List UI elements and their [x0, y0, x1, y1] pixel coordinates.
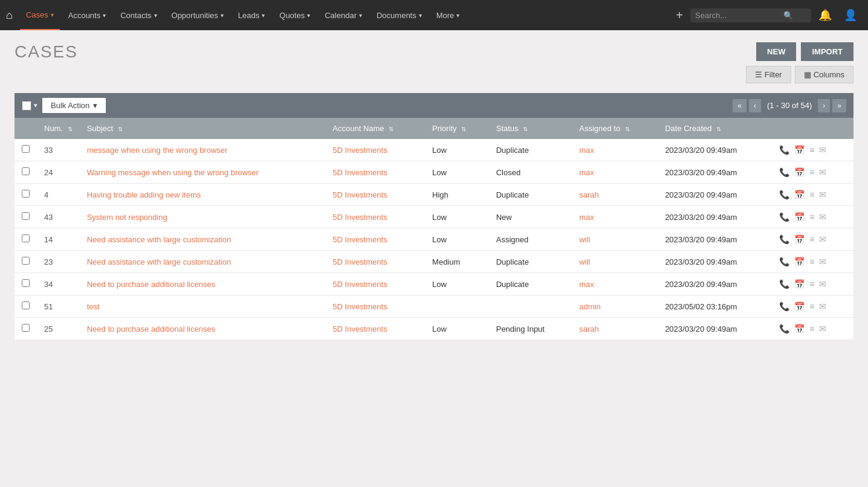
subject-link[interactable]: Having trouble adding new items: [87, 190, 201, 199]
assigned-link[interactable]: max: [579, 213, 594, 222]
subject-link[interactable]: message when using the wrong browser: [87, 146, 228, 155]
row-checkbox[interactable]: [22, 324, 30, 332]
email-icon[interactable]: ✉: [819, 234, 826, 244]
pagination-next-button[interactable]: ›: [818, 99, 830, 112]
pagination-first-button[interactable]: «: [733, 99, 747, 112]
subject-link[interactable]: test: [87, 302, 100, 311]
add-icon[interactable]: +: [671, 8, 688, 22]
list-icon[interactable]: ≡: [809, 167, 814, 177]
checkbox-dropdown-arrow[interactable]: ▾: [34, 102, 37, 109]
col-assigned-to[interactable]: Assigned to ⇅: [572, 118, 658, 139]
subject-link[interactable]: System not responding: [87, 213, 167, 222]
assigned-link[interactable]: sarah: [579, 324, 599, 334]
assigned-link[interactable]: will: [579, 235, 590, 244]
avatar-icon[interactable]: 👤: [839, 8, 862, 22]
nav-item-documents[interactable]: Documents ▾: [371, 0, 428, 30]
email-icon[interactable]: ✉: [819, 145, 826, 155]
calendar-icon[interactable]: 📅: [794, 279, 805, 289]
calendar-icon[interactable]: 📅: [794, 167, 805, 177]
row-checkbox[interactable]: [22, 145, 30, 153]
list-icon[interactable]: ≡: [809, 302, 814, 311]
row-checkbox[interactable]: [22, 302, 30, 309]
pagination-prev-button[interactable]: ‹: [749, 99, 761, 112]
import-button[interactable]: IMPORT: [801, 42, 853, 61]
row-checkbox[interactable]: [22, 234, 30, 242]
home-icon[interactable]: ⌂: [6, 9, 13, 22]
calendar-icon[interactable]: 📅: [794, 257, 805, 266]
phone-icon[interactable]: 📞: [779, 257, 789, 266]
phone-icon[interactable]: 📞: [779, 167, 789, 177]
email-icon[interactable]: ✉: [819, 167, 826, 177]
calendar-icon[interactable]: 📅: [794, 234, 805, 244]
account-link[interactable]: 5D Investments: [332, 146, 387, 155]
filter-button[interactable]: ☰ Filter: [746, 66, 791, 83]
email-icon[interactable]: ✉: [819, 190, 826, 199]
col-status[interactable]: Status ⇅: [489, 118, 572, 139]
col-priority[interactable]: Priority ⇅: [425, 118, 489, 139]
nav-item-contacts[interactable]: Contacts ▾: [114, 0, 163, 30]
assigned-link[interactable]: will: [579, 257, 590, 266]
columns-button[interactable]: ▦ Columns: [795, 66, 853, 83]
assigned-link[interactable]: admin: [579, 302, 600, 311]
pagination-last-button[interactable]: »: [832, 99, 846, 112]
account-link[interactable]: 5D Investments: [332, 190, 387, 199]
subject-link[interactable]: Need assistance with large customization: [87, 257, 231, 266]
col-subject[interactable]: Subject ⇅: [80, 118, 326, 139]
assigned-link[interactable]: max: [579, 168, 594, 177]
calendar-icon[interactable]: 📅: [794, 302, 805, 311]
row-checkbox[interactable]: [22, 167, 30, 175]
calendar-icon[interactable]: 📅: [794, 145, 805, 155]
subject-link[interactable]: Need to purchase additional licenses: [87, 324, 215, 334]
account-link[interactable]: 5D Investments: [332, 280, 387, 289]
nav-item-quotes[interactable]: Quotes ▾: [273, 0, 316, 30]
row-checkbox[interactable]: [22, 190, 30, 198]
select-all-checkbox[interactable]: [22, 101, 31, 111]
nav-item-calendar[interactable]: Calendar ▾: [319, 0, 368, 30]
row-checkbox[interactable]: [22, 279, 30, 287]
col-date-created[interactable]: Date Created ⇅: [658, 118, 772, 139]
email-icon[interactable]: ✉: [819, 324, 826, 334]
row-checkbox[interactable]: [22, 257, 30, 265]
nav-item-cases[interactable]: Cases ▾: [20, 0, 60, 30]
bulk-action-button[interactable]: Bulk Action ▾: [42, 98, 106, 113]
list-icon[interactable]: ≡: [809, 234, 814, 244]
new-button[interactable]: NEW: [756, 42, 796, 61]
list-icon[interactable]: ≡: [809, 190, 814, 199]
phone-icon[interactable]: 📞: [779, 302, 789, 311]
subject-link[interactable]: Need assistance with large customization: [87, 235, 231, 244]
list-icon[interactable]: ≡: [809, 324, 814, 334]
email-icon[interactable]: ✉: [819, 302, 826, 311]
list-icon[interactable]: ≡: [809, 257, 814, 266]
account-link[interactable]: 5D Investments: [332, 257, 387, 266]
email-icon[interactable]: ✉: [819, 279, 826, 289]
calendar-icon[interactable]: 📅: [794, 324, 805, 334]
calendar-icon[interactable]: 📅: [794, 190, 805, 199]
phone-icon[interactable]: 📞: [779, 145, 789, 155]
nav-item-opportunities[interactable]: Opportunities ▾: [166, 0, 230, 30]
row-checkbox[interactable]: [22, 212, 30, 220]
phone-icon[interactable]: 📞: [779, 190, 789, 199]
search-input[interactable]: [695, 11, 780, 20]
nav-item-more[interactable]: More ▾: [430, 0, 466, 30]
bell-icon[interactable]: 🔔: [814, 8, 837, 22]
account-link[interactable]: 5D Investments: [332, 168, 387, 177]
account-link[interactable]: 5D Investments: [332, 302, 387, 311]
phone-icon[interactable]: 📞: [779, 324, 789, 334]
col-num[interactable]: Num. ⇅: [37, 118, 80, 139]
col-account-name[interactable]: Account Name ⇅: [325, 118, 425, 139]
email-icon[interactable]: ✉: [819, 212, 826, 222]
subject-link[interactable]: Warning message when using the wrong bro…: [87, 168, 259, 177]
assigned-link[interactable]: max: [579, 280, 594, 289]
list-icon[interactable]: ≡: [809, 145, 814, 155]
account-link[interactable]: 5D Investments: [332, 324, 387, 334]
assigned-link[interactable]: max: [579, 146, 594, 155]
assigned-link[interactable]: sarah: [579, 190, 599, 199]
nav-item-accounts[interactable]: Accounts ▾: [62, 0, 112, 30]
email-icon[interactable]: ✉: [819, 257, 826, 266]
calendar-icon[interactable]: 📅: [794, 212, 805, 222]
account-link[interactable]: 5D Investments: [332, 213, 387, 222]
list-icon[interactable]: ≡: [809, 279, 814, 289]
phone-icon[interactable]: 📞: [779, 279, 789, 289]
list-icon[interactable]: ≡: [809, 212, 814, 222]
phone-icon[interactable]: 📞: [779, 234, 789, 244]
